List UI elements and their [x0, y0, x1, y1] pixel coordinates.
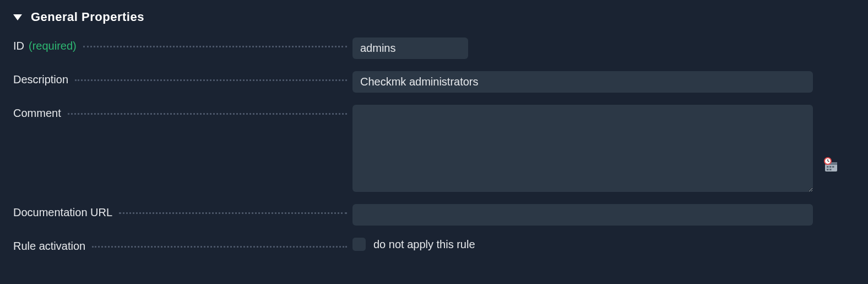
- svg-rect-6: [829, 169, 832, 170]
- label-id: ID (required): [13, 37, 347, 52]
- dotted-leader: [68, 113, 347, 115]
- row-description: Description: [13, 71, 855, 93]
- form-body: ID (required) Description Comment: [0, 37, 868, 253]
- dotted-leader: [92, 246, 347, 248]
- input-col-activation: do not apply this rule: [347, 238, 855, 251]
- description-label-text: Description: [13, 73, 68, 86]
- docurl-label-text: Documentation URL: [13, 206, 112, 219]
- row-comment: Comment: [13, 105, 855, 192]
- dotted-leader: [83, 46, 347, 47]
- input-col-comment: [347, 105, 855, 192]
- input-col-description: [347, 71, 855, 93]
- chevron-down-icon: [13, 14, 22, 20]
- svg-rect-3: [829, 166, 832, 168]
- dotted-leader: [119, 212, 347, 214]
- svg-rect-2: [827, 166, 829, 168]
- description-field[interactable]: [352, 71, 813, 93]
- activation-label-text: Rule activation: [13, 240, 85, 253]
- id-label-text: ID: [13, 40, 24, 52]
- label-activation: Rule activation: [13, 238, 347, 253]
- label-docurl: Documentation URL: [13, 204, 347, 219]
- svg-rect-4: [832, 166, 834, 168]
- svg-rect-5: [827, 169, 829, 170]
- activation-checkbox[interactable]: [352, 238, 366, 251]
- row-id: ID (required): [13, 37, 855, 59]
- insert-date-icon[interactable]: [823, 157, 838, 172]
- dotted-leader: [75, 79, 347, 81]
- section-title: General Properties: [31, 10, 144, 24]
- activation-checkbox-wrap: do not apply this rule: [352, 238, 475, 251]
- id-field[interactable]: [352, 37, 468, 59]
- row-activation: Rule activation do not apply this rule: [13, 238, 855, 253]
- comment-field[interactable]: [352, 105, 813, 192]
- label-comment: Comment: [13, 105, 347, 120]
- input-col-id: [347, 37, 855, 59]
- activation-checkbox-label: do not apply this rule: [373, 238, 475, 251]
- docurl-field[interactable]: [352, 204, 813, 226]
- section-header[interactable]: General Properties: [0, 0, 868, 37]
- row-docurl: Documentation URL: [13, 204, 855, 226]
- comment-label-text: Comment: [13, 107, 61, 120]
- label-description: Description: [13, 71, 347, 86]
- required-marker: (required): [29, 40, 77, 52]
- general-properties-section: General Properties ID (required) Descrip…: [0, 0, 868, 253]
- input-col-docurl: [347, 204, 855, 226]
